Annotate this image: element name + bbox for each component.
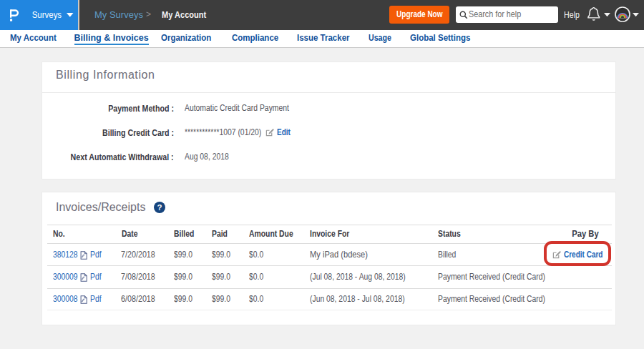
svg-text:?: ? — [157, 203, 162, 212]
